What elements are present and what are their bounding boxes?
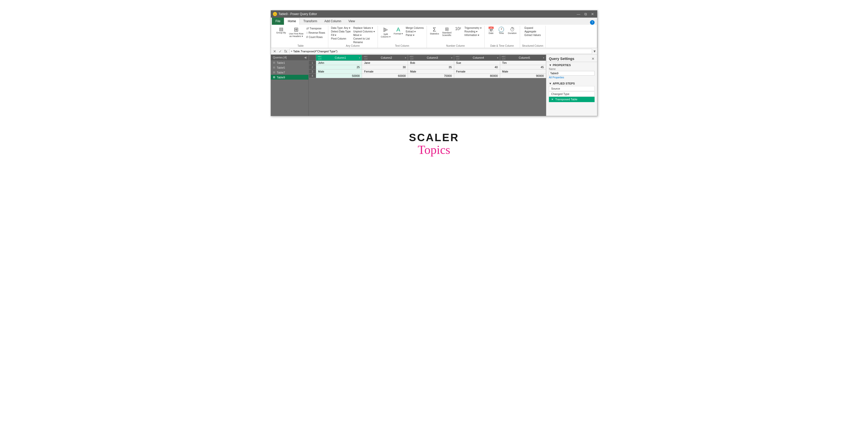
table-row: 1 John Jane Bob Sue Tim xyxy=(309,61,546,65)
col-header-3[interactable]: ABC123 Column3 ▾ xyxy=(408,55,454,61)
cell-2-4[interactable]: 40 xyxy=(454,65,500,69)
cell-2-1[interactable]: 25 xyxy=(316,65,362,69)
cell-1-1[interactable]: John xyxy=(316,61,362,65)
col3-menu[interactable]: ▾ xyxy=(451,56,453,59)
trigonometry-button[interactable]: Trigonometry ▾ xyxy=(464,26,482,30)
queries-collapse-button[interactable]: ◀ xyxy=(304,56,306,59)
ribbon-tab-bar: File Home Transform Add Column View ? xyxy=(271,18,597,25)
cell-2-5[interactable]: 45 xyxy=(500,65,546,69)
table5-icon: ⊞ xyxy=(273,66,275,69)
convert-to-list-button[interactable]: Convert to List xyxy=(352,37,375,40)
information-button[interactable]: Information ▾ xyxy=(464,33,482,37)
col1-menu[interactable]: ▾ xyxy=(359,56,360,59)
time-button[interactable]: 🕐 Time xyxy=(497,26,506,35)
standard-icon: ⊞ xyxy=(445,27,449,31)
parse-button[interactable]: Parse ▾ xyxy=(405,33,425,37)
cell-1-5[interactable]: Tim xyxy=(500,61,546,65)
collapse-steps-icon[interactable]: ▼ xyxy=(549,82,552,85)
tab-view[interactable]: View xyxy=(345,18,359,25)
col-header-5[interactable]: ABC123 Column5 ▾ xyxy=(500,55,546,61)
tab-home[interactable]: Home xyxy=(284,18,300,25)
formula-apply-button[interactable]: ✓ xyxy=(278,49,283,53)
data-type-button[interactable]: Data Type: Any ▾ xyxy=(330,26,351,30)
rounding-button[interactable]: Rounding ▾ xyxy=(464,30,482,33)
col-header-4[interactable]: ABC123 Column4 ▾ xyxy=(454,55,500,61)
cell-3-5[interactable]: Male xyxy=(500,69,546,74)
cell-2-2[interactable]: 30 xyxy=(362,65,408,69)
table1-icon: ⊞ xyxy=(273,61,275,64)
col5-menu[interactable]: ▾ xyxy=(543,56,544,59)
col2-menu[interactable]: ▾ xyxy=(405,56,406,59)
date-button[interactable]: 📅 Date xyxy=(487,26,496,35)
scientific-button[interactable]: 10² xyxy=(454,26,463,31)
cell-3-3[interactable]: Male xyxy=(408,69,454,74)
cell-4-1[interactable]: 50000 xyxy=(316,74,362,78)
cell-3-2[interactable]: Female xyxy=(362,69,408,74)
maximize-button[interactable]: ⧉ xyxy=(583,12,588,16)
cell-4-5[interactable]: 90000 xyxy=(500,74,546,78)
close-button[interactable]: ✕ xyxy=(590,12,595,16)
cell-3-1[interactable]: Male xyxy=(316,69,362,74)
cell-1-2[interactable]: Jane xyxy=(362,61,408,65)
standard-button[interactable]: ⊞ StandardScientific xyxy=(441,26,453,37)
detect-data-type-button[interactable]: Detect Data Type xyxy=(330,30,351,33)
table-row: 4 50000 60000 70000 80000 90000 xyxy=(309,74,546,78)
expand-button[interactable]: Expand xyxy=(524,26,541,30)
step-transposed-table[interactable]: ✕ Transposed Table xyxy=(549,97,595,102)
step-changed-type[interactable]: Changed Type xyxy=(549,91,595,96)
reverse-rows-button[interactable]: ↕ Reverse Rows xyxy=(306,31,326,35)
properties-header: ▼ PROPERTIES xyxy=(549,64,595,67)
fill-button[interactable]: Fill ▾ xyxy=(330,33,351,37)
collapse-properties-icon[interactable]: ▼ xyxy=(549,64,552,67)
branding: SCALER Topics xyxy=(409,131,459,156)
tab-file[interactable]: File xyxy=(272,18,284,25)
query-item-table1[interactable]: ⊞ Table1 xyxy=(271,60,308,65)
split-column-button[interactable]: ⫸ SplitColumn ▾ xyxy=(380,26,392,38)
query-item-table5[interactable]: ⊞ Table5 xyxy=(271,65,308,70)
cell-2-3[interactable]: 35 xyxy=(408,65,454,69)
cell-1-4[interactable]: Sue xyxy=(454,61,500,65)
replace-values-button[interactable]: Replace Values ▾ xyxy=(352,26,375,30)
col4-menu[interactable]: ▾ xyxy=(497,56,498,59)
tab-transform[interactable]: Transform xyxy=(300,18,321,25)
transpose-icon: ⇄ xyxy=(306,27,309,30)
query-settings-close[interactable]: ✕ xyxy=(591,57,595,61)
merge-columns-button[interactable]: Merge Columns xyxy=(405,26,425,30)
extract-values-button[interactable]: Extract Values xyxy=(524,33,541,37)
aggregate-button[interactable]: Aggregate xyxy=(524,30,541,33)
statistics-button[interactable]: Σ Statistics xyxy=(429,26,440,35)
query-name-input[interactable] xyxy=(549,71,595,75)
minimize-button[interactable]: — xyxy=(576,12,581,16)
duration-button[interactable]: ⏱ Duration xyxy=(507,26,518,35)
extract-button[interactable]: Extract ▾ xyxy=(405,30,425,33)
move-button[interactable]: Move ▾ xyxy=(352,33,375,37)
format-button[interactable]: A Format ▾ xyxy=(393,26,404,35)
formula-cancel-button[interactable]: ✕ xyxy=(272,49,277,53)
tab-add-column[interactable]: Add Column xyxy=(321,18,345,25)
cell-4-3[interactable]: 70000 xyxy=(408,74,454,78)
query-item-label: Table7 xyxy=(277,71,285,74)
cell-1-3[interactable]: Bob xyxy=(408,61,454,65)
transpose-button[interactable]: ⇄ Transpose xyxy=(306,26,326,30)
query-item-table9[interactable]: ⊞ Table9 xyxy=(271,75,308,80)
formula-input[interactable] xyxy=(289,49,592,54)
help-button[interactable]: ? xyxy=(590,20,595,25)
query-item-table7[interactable]: ⊞ Table7 xyxy=(271,70,308,75)
cell-4-2[interactable]: 60000 xyxy=(362,74,408,78)
pivot-column-button[interactable]: Pivot Column xyxy=(330,37,351,40)
table-row: 3 Male Female Male Female Male xyxy=(309,69,546,74)
formula-fx-button[interactable]: fx xyxy=(284,49,288,53)
cell-3-4[interactable]: Female xyxy=(454,69,500,74)
col-header-2[interactable]: ABC123 Column2 ▾ xyxy=(362,55,408,61)
col-header-1[interactable]: ABC123 Column1 ▾ xyxy=(316,55,362,61)
count-rows-button[interactable]: # Count Rows xyxy=(306,35,326,39)
use-first-row-button[interactable]: ⊞ Use First Rowas Headers ▾ xyxy=(288,26,305,38)
all-properties-link[interactable]: All Properties xyxy=(549,76,595,79)
formula-expand-button[interactable]: ▾ xyxy=(594,49,596,54)
step-source[interactable]: Source xyxy=(549,86,595,91)
group-by-button[interactable]: ▤ Group By xyxy=(275,26,287,34)
rename-button[interactable]: Rename xyxy=(352,40,375,44)
unpivot-columns-button[interactable]: Unpivot Columns ▾ xyxy=(352,30,375,33)
cell-4-4[interactable]: 80000 xyxy=(454,74,500,78)
main-content: Queries [4] ◀ ⊞ Table1 ⊞ Table5 ⊞ Table7… xyxy=(271,55,597,116)
